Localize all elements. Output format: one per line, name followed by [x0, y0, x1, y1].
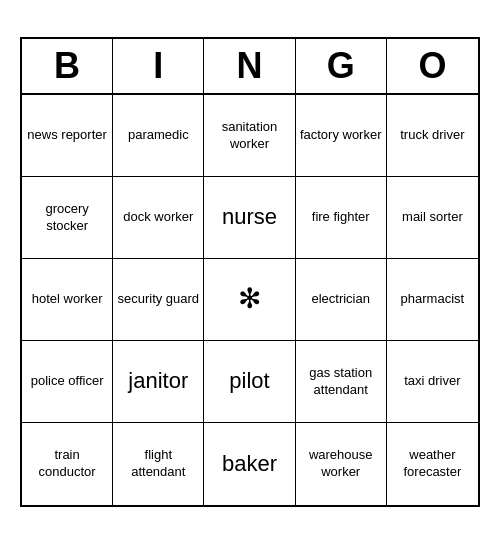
- bingo-letter-b: B: [22, 39, 113, 93]
- bingo-cell-24: weather forecaster: [387, 423, 478, 505]
- bingo-letter-g: G: [296, 39, 387, 93]
- bingo-cell-2: sanitation worker: [204, 95, 295, 177]
- bingo-cell-23: warehouse worker: [296, 423, 387, 505]
- bingo-cell-0: news reporter: [22, 95, 113, 177]
- bingo-cell-7: nurse: [204, 177, 295, 259]
- bingo-cell-14: pharmacist: [387, 259, 478, 341]
- bingo-letter-o: O: [387, 39, 478, 93]
- bingo-cell-9: mail sorter: [387, 177, 478, 259]
- bingo-cell-3: factory worker: [296, 95, 387, 177]
- bingo-cell-6: dock worker: [113, 177, 204, 259]
- bingo-letter-n: N: [204, 39, 295, 93]
- bingo-cell-5: grocery stocker: [22, 177, 113, 259]
- bingo-card: BINGO news reporterparamedicsanitation w…: [20, 37, 480, 507]
- bingo-cell-12: ✻: [204, 259, 295, 341]
- bingo-cell-8: fire fighter: [296, 177, 387, 259]
- bingo-header: BINGO: [22, 39, 478, 95]
- bingo-cell-10: hotel worker: [22, 259, 113, 341]
- bingo-cell-1: paramedic: [113, 95, 204, 177]
- bingo-cell-13: electrician: [296, 259, 387, 341]
- bingo-cell-20: train conductor: [22, 423, 113, 505]
- bingo-grid: news reporterparamedicsanitation workerf…: [22, 95, 478, 505]
- bingo-cell-17: pilot: [204, 341, 295, 423]
- bingo-cell-19: taxi driver: [387, 341, 478, 423]
- bingo-cell-22: baker: [204, 423, 295, 505]
- bingo-letter-i: I: [113, 39, 204, 93]
- bingo-cell-4: truck driver: [387, 95, 478, 177]
- bingo-cell-11: security guard: [113, 259, 204, 341]
- bingo-cell-16: janitor: [113, 341, 204, 423]
- bingo-cell-15: police officer: [22, 341, 113, 423]
- bingo-cell-18: gas station attendant: [296, 341, 387, 423]
- bingo-cell-21: flight attendant: [113, 423, 204, 505]
